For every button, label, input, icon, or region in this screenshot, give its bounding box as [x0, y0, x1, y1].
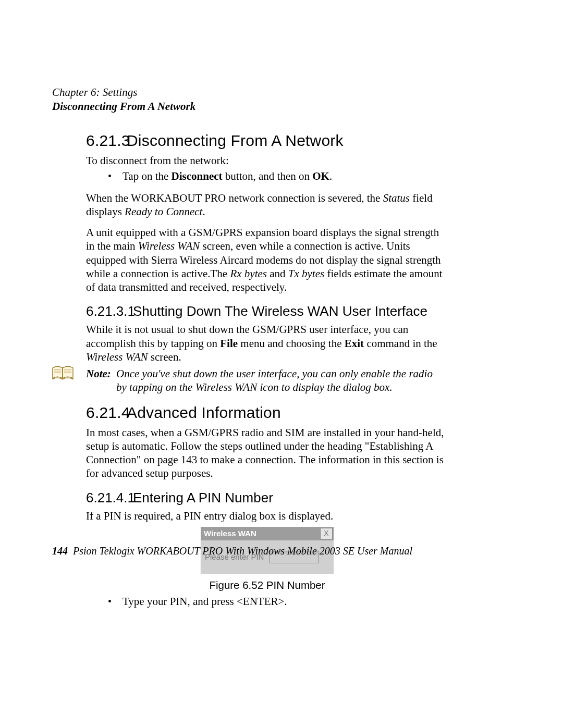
text-italic: Status	[383, 192, 410, 204]
text-bold: OK	[312, 170, 329, 182]
note-line2: by tapping on the Wireless WAN icon to d…	[86, 380, 448, 394]
list-item: Tap on the Disconnect button, and then o…	[86, 169, 448, 183]
text-italic: Wireless WAN	[86, 351, 148, 363]
dialog-title: Wireless WAN	[204, 529, 320, 538]
bullet-list: Tap on the Disconnect button, and then o…	[86, 169, 448, 183]
heading-text: Disconnecting From A Network	[127, 132, 344, 149]
footer-text: Psion Teklogix WORKABOUT PRO With Window…	[73, 545, 412, 557]
para-pin-intro: If a PIN is required, a PIN entry dialog…	[86, 509, 448, 523]
close-icon: X	[320, 528, 333, 539]
heading-6-21-4-1: 6.21.4.1Entering A PIN Number	[86, 490, 448, 506]
text-italic: Tx bytes	[288, 267, 324, 280]
text-bold: File	[220, 337, 238, 350]
heading-number: 6.21.3	[86, 132, 127, 150]
heading-number: 6.21.4.1	[86, 490, 133, 506]
para-status: When the WORKABOUT PRO network connectio…	[86, 191, 448, 219]
text-run: .	[202, 205, 205, 218]
list-item: Type your PIN, and press <ENTER>.	[86, 595, 448, 609]
text-run: When the WORKABOUT PRO network connectio…	[86, 192, 383, 204]
text-bold: Exit	[345, 337, 364, 350]
text-run: .	[329, 170, 332, 182]
text-run: Tap on the	[123, 170, 172, 182]
dialog-titlebar: Wireless WAN X	[201, 527, 334, 540]
heading-6-21-3: 6.21.3Disconnecting From A Network	[86, 132, 448, 150]
bullet-list: Type your PIN, and press <ENTER>.	[86, 595, 448, 609]
heading-text: Shutting Down The Wireless WAN User Inte…	[133, 303, 427, 319]
text-run: menu and choosing the	[238, 337, 345, 350]
text-bold: Disconnect	[172, 170, 223, 182]
text-italic: Ready to Connect	[125, 205, 202, 218]
text-run: and	[267, 267, 288, 280]
book-icon	[52, 365, 75, 382]
note-text: Note:Once you've shut down the user inte…	[86, 367, 448, 394]
content-column: 6.21.3Disconnecting From A Network To di…	[86, 132, 448, 609]
heading-number: 6.21.4	[86, 404, 127, 422]
figure-caption: Figure 6.52 PIN Number	[86, 579, 448, 591]
text-run: command in the	[364, 337, 437, 350]
heading-text: Advanced Information	[127, 404, 281, 421]
page-body: Chapter 6: Settings Disconnecting From A…	[52, 86, 448, 616]
para-signal: A unit equipped with a GSM/GPRS expansio…	[86, 226, 448, 294]
text-run: screen.	[148, 351, 181, 363]
para-advanced: In most cases, when a GSM/GPRS radio and…	[86, 426, 448, 480]
text-italic: Wireless WAN	[138, 240, 200, 252]
running-head-subtitle: Disconnecting From A Network	[52, 100, 448, 113]
running-head-chapter: Chapter 6: Settings	[52, 86, 448, 99]
page-number: 144	[52, 545, 68, 557]
text-run: button, and then on	[223, 170, 313, 182]
para-shutdown: While it is not usual to shut down the G…	[86, 323, 448, 364]
heading-text: Entering A PIN Number	[133, 490, 273, 505]
note-line1: Once you've shut down the user interface…	[116, 367, 433, 380]
heading-number: 6.21.3.1	[86, 303, 133, 319]
note-label: Note:	[86, 367, 116, 380]
heading-6-21-3-1: 6.21.3.1Shutting Down The Wireless WAN U…	[86, 303, 448, 319]
text-run: Type your PIN, and press <ENTER>.	[123, 595, 287, 608]
para-intro: To disconnect from the network:	[86, 154, 448, 167]
text-italic: Rx bytes	[230, 267, 267, 280]
page-footer: 144 Psion Teklogix WORKABOUT PRO With Wi…	[52, 545, 448, 557]
note-block: Note:Once you've shut down the user inte…	[86, 367, 448, 394]
heading-6-21-4: 6.21.4Advanced Information	[86, 404, 448, 422]
